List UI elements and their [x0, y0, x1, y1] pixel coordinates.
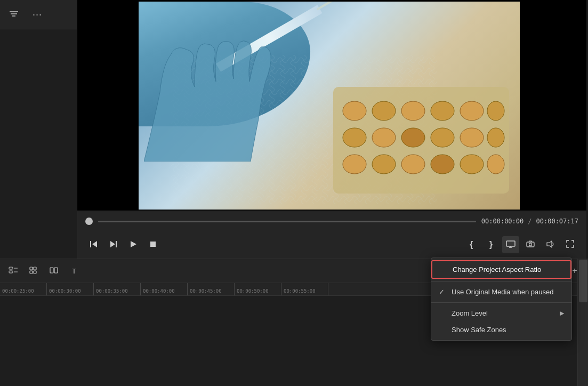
right-controls: { } — [463, 236, 578, 253]
svg-rect-40 — [34, 267, 36, 270]
context-menu: Change Project Aspect Ratio ✓ Use Origin… — [431, 258, 572, 341]
svg-marker-34 — [547, 241, 552, 247]
ruler-label-1: 00:00:30:00 — [49, 288, 81, 294]
mark-out-button[interactable]: } — [482, 236, 500, 253]
svg-rect-41 — [30, 271, 33, 274]
video-frame — [139, 2, 520, 210]
ruler-label-6: 00:00:55:00 — [284, 288, 316, 294]
svg-rect-36 — [9, 271, 13, 273]
svg-rect-39 — [30, 267, 33, 270]
svg-point-18 — [372, 155, 396, 174]
monitor-button[interactable] — [502, 236, 519, 253]
mark-in-button[interactable]: { — [463, 236, 480, 253]
camera-icon — [526, 240, 535, 249]
step-back-icon — [90, 240, 98, 250]
filter-icon — [9, 10, 19, 19]
svg-rect-42 — [34, 271, 36, 274]
nested-icon — [29, 266, 38, 276]
fullscreen-icon — [566, 240, 574, 250]
menu-item-use-original-media[interactable]: ✓ Use Original Media when paused — [431, 284, 571, 300]
checkmark-use-original: ✓ — [439, 288, 447, 296]
filter-button[interactable] — [5, 6, 22, 23]
time-separator: / — [528, 218, 531, 225]
svg-rect-43 — [50, 268, 53, 273]
svg-point-13 — [401, 128, 425, 147]
timeline-split-button[interactable] — [46, 263, 62, 278]
timeline-nested-button[interactable] — [26, 263, 42, 278]
svg-marker-25 — [110, 241, 115, 247]
svg-point-14 — [431, 128, 454, 147]
svg-point-15 — [460, 128, 484, 147]
ruler-label-0: 00:00:25:00 — [2, 288, 34, 294]
svg-point-19 — [401, 155, 425, 174]
stop-button[interactable] — [144, 236, 162, 253]
mark-out-icon: } — [489, 240, 493, 250]
svg-point-21 — [460, 155, 484, 174]
checkmark-aspect-ratio — [440, 266, 448, 274]
progress-row: 00:00:00:00 / 00:00:07:17 — [77, 211, 586, 231]
timeline-text-button[interactable]: T — [66, 263, 82, 278]
snapshot-button[interactable] — [522, 236, 539, 253]
ruler-segment-5: 00:00:50:00 — [235, 283, 281, 295]
svg-point-12 — [372, 128, 396, 147]
svg-point-22 — [487, 155, 504, 174]
svg-point-17 — [343, 155, 366, 174]
monitor-icon — [506, 240, 515, 250]
more-icon: ··· — [33, 9, 42, 20]
menu-item-zoom-level[interactable]: Zoom Level ▶ — [431, 305, 571, 321]
svg-point-16 — [487, 128, 504, 147]
svg-point-9 — [460, 101, 484, 120]
svg-rect-32 — [527, 242, 534, 247]
zoom-in-icon: + — [572, 266, 577, 276]
timeline-tracks-button[interactable] — [5, 263, 21, 278]
ruler-label-2: 00:00:35:00 — [96, 288, 128, 294]
step-forward-button[interactable] — [105, 236, 122, 253]
menu-label-aspect-ratio: Change Project Aspect Ratio — [453, 266, 563, 274]
svg-point-11 — [343, 128, 366, 147]
menu-separator-1 — [431, 281, 571, 282]
menu-label-zoom: Zoom Level — [452, 309, 555, 317]
menu-label-use-original: Use Original Media when paused — [452, 288, 564, 296]
time-display: 00:00:00:00 / 00:00:07:17 — [481, 218, 578, 225]
ruler-label-3: 00:00:40:00 — [143, 288, 175, 294]
fullscreen-button[interactable] — [561, 236, 578, 253]
left-panel — [0, 29, 77, 259]
svg-marker-24 — [92, 241, 97, 247]
svg-point-5 — [343, 101, 366, 120]
ruler-label-4: 00:00:45:00 — [190, 288, 222, 294]
audio-button[interactable] — [542, 236, 559, 253]
svg-rect-29 — [506, 241, 515, 246]
progress-track[interactable] — [98, 221, 476, 222]
more-options-button[interactable]: ··· — [29, 6, 46, 23]
mark-in-icon: { — [470, 240, 473, 250]
menu-item-change-aspect-ratio[interactable]: Change Project Aspect Ratio — [431, 260, 571, 279]
zoom-submenu-arrow: ▶ — [560, 310, 564, 317]
play-button[interactable] — [125, 236, 142, 253]
svg-point-33 — [529, 243, 532, 246]
menu-label-safe-zones: Show Safe Zones — [452, 326, 564, 334]
stop-icon — [150, 240, 156, 249]
svg-rect-28 — [150, 242, 156, 247]
svg-rect-44 — [54, 268, 58, 273]
vertical-scrollbar[interactable] — [577, 259, 588, 386]
menu-separator-2 — [431, 302, 571, 303]
svg-point-20 — [431, 155, 454, 174]
svg-point-10 — [487, 101, 504, 120]
total-time: 00:00:07:17 — [536, 218, 578, 225]
tracks-icon — [9, 266, 18, 276]
svg-rect-26 — [116, 241, 117, 247]
ruler-segment-3: 00:00:40:00 — [141, 283, 188, 295]
ruler-segment-1: 00:00:30:00 — [47, 283, 94, 295]
step-back-button[interactable] — [85, 236, 102, 253]
ruler-segment-4: 00:00:45:00 — [188, 283, 235, 295]
left-panel-toolbar: ··· — [0, 0, 77, 29]
svg-point-8 — [431, 101, 454, 120]
text-icon: T — [72, 267, 76, 275]
svg-rect-35 — [9, 267, 13, 269]
scrollbar-thumb[interactable] — [579, 260, 587, 302]
svg-point-7 — [401, 101, 425, 120]
playhead[interactable] — [85, 218, 93, 225]
current-time: 00:00:00:00 — [481, 218, 523, 225]
play-icon — [130, 240, 137, 250]
menu-item-show-safe-zones[interactable]: Show Safe Zones — [431, 321, 571, 338]
